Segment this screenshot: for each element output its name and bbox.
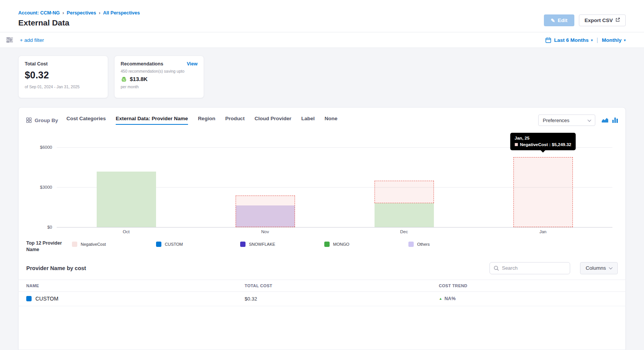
summary-row: Total Cost $0.32 of Sep 01, 2024 - Jan 3… [18, 56, 626, 98]
group-by-icon [26, 118, 32, 123]
legend-swatch-others [408, 242, 414, 247]
bar-negativecost-jan[interactable] [513, 157, 573, 227]
recommendations-label: Recommendations [121, 61, 163, 67]
column-header-name[interactable]: NAME [19, 283, 237, 288]
chart-y-axis: $6000$3000$0 [19, 147, 57, 227]
chart-column-oct [57, 147, 196, 227]
search-icon [494, 266, 499, 271]
legend-swatch-negativecost [72, 242, 77, 247]
legend-label: SNOWFLAKE [249, 242, 275, 247]
recommendations-line1: 450 recommendation(s) saving upto [121, 69, 198, 73]
group-by-tab-none[interactable]: None [325, 116, 338, 125]
main-content: Total Cost $0.32 of Sep 01, 2024 - Jan 3… [0, 48, 644, 350]
money-icon [121, 76, 127, 82]
legend-item-others[interactable]: Others [408, 242, 493, 247]
breadcrumb-item-all-perspectives[interactable]: All Perspectives [103, 10, 140, 16]
gridline [57, 227, 612, 228]
header-left: Account: CCM-NG›Perspectives›All Perspec… [18, 10, 140, 27]
preferences-dropdown[interactable]: Preferences [538, 115, 595, 126]
date-range-selector[interactable]: Last 6 Months ▾ [554, 37, 593, 43]
group-by-row: Group By Cost CategoriesExternal Data: P… [19, 115, 625, 126]
cell-cost-trend: ▲NA% [431, 296, 625, 301]
chart-legend: NegativeCostCUSTOMSNOWFLAKEMONGOOthers [69, 242, 618, 247]
filter-bar: + add filter Last 6 Months ▾ | Monthly ▾ [0, 32, 644, 48]
filter-settings-icon[interactable] [6, 37, 13, 43]
tooltip-title: Jan, 25 [515, 136, 571, 140]
tooltip-value: NegativeCost : $5,249.32 [520, 142, 571, 147]
view-recommendations-link[interactable]: View [187, 61, 198, 67]
legend-swatch-mongo [324, 242, 330, 247]
x-axis-label-dec: Dec [335, 229, 473, 234]
legend-item-snowflake[interactable]: SNOWFLAKE [240, 242, 324, 247]
pencil-icon: ✎ [551, 18, 555, 24]
legend-item-mongo[interactable]: MONGO [324, 242, 408, 247]
y-axis-tick: $3000 [40, 185, 52, 189]
total-cost-value: $0.32 [25, 70, 102, 81]
search-input[interactable] [502, 265, 566, 271]
y-axis-tick: $0 [47, 225, 52, 229]
edit-button[interactable]: ✎ Edit [544, 14, 574, 26]
row-color-swatch [26, 296, 32, 301]
bar-negativecost-nov[interactable] [236, 196, 295, 227]
date-range-value: Last 6 Months [554, 37, 589, 43]
table-row-custom[interactable]: CUSTOM$0.32▲NA% [19, 292, 625, 306]
table-header-row: NAMETOTAL COSTCOST TREND [19, 280, 625, 292]
header-actions: ✎ Edit Export CSV [544, 14, 626, 26]
legend-item-custom[interactable]: CUSTOM [156, 242, 240, 247]
tooltip-arrow [541, 150, 545, 153]
legend-label: CUSTOM [165, 242, 183, 247]
group-by-label: Group By [35, 118, 58, 123]
bar-mongo-oct[interactable] [97, 172, 156, 227]
total-cost-period: of Sep 01, 2024 - Jan 31, 2025 [25, 84, 102, 89]
total-cost-card: Total Cost $0.32 of Sep 01, 2024 - Jan 3… [18, 56, 108, 98]
group-by-tab-product[interactable]: Product [225, 116, 245, 125]
area-chart-icon[interactable] [601, 118, 609, 123]
row-name: CUSTOM [35, 296, 58, 302]
export-csv-button[interactable]: Export CSV [579, 14, 626, 26]
total-cost-label: Total Cost [25, 61, 102, 67]
bar-mongo-dec[interactable] [375, 203, 434, 227]
y-axis-tick: $6000 [40, 145, 52, 150]
granularity-selector[interactable]: Monthly ▾ [602, 37, 626, 43]
row-trend-value: NA% [445, 296, 456, 301]
group-by-tab-label[interactable]: Label [301, 116, 314, 125]
legend-swatch-snowflake [240, 242, 245, 247]
chart-legend-row: Top 12 Provider Name NegativeCostCUSTOMS… [19, 236, 625, 253]
column-header-total-cost[interactable]: TOTAL COST [237, 283, 431, 288]
preferences-label: Preferences [543, 118, 569, 123]
chart-controls: Preferences [538, 115, 618, 126]
x-axis-label-oct: Oct [57, 229, 196, 234]
group-by-tab-cost-categories[interactable]: Cost Categories [67, 116, 106, 125]
export-csv-label: Export CSV [585, 18, 613, 23]
add-filter-button[interactable]: + add filter [20, 37, 44, 43]
group-by-tab-external-data-provider-name[interactable]: External Data: Provider Name [116, 116, 188, 125]
chart-column-jan [473, 147, 612, 227]
table-actions: Columns [489, 262, 618, 274]
breadcrumb-item-account-ccm-ng[interactable]: Account: CCM-NG [18, 10, 60, 16]
group-by-tab-cloud-provider[interactable]: Cloud Provider [255, 116, 292, 125]
edit-button-label: Edit [558, 18, 567, 23]
page-header: Account: CCM-NG›Perspectives›All Perspec… [0, 0, 644, 32]
recommendations-card: Recommendations View 450 recommendation(… [114, 56, 204, 98]
bar-negativecost-dec[interactable] [375, 181, 434, 204]
table-title: Provider Name by cost [26, 265, 86, 271]
group-by-tabs: Cost CategoriesExternal Data: Provider N… [67, 116, 338, 125]
column-header-cost-trend[interactable]: COST TREND [431, 283, 625, 288]
external-link-icon [615, 18, 620, 23]
legend-label: Others [417, 242, 430, 247]
breadcrumb-item-perspectives[interactable]: Perspectives [67, 10, 96, 16]
columns-button[interactable]: Columns [580, 262, 618, 274]
bar-chart-icon[interactable] [612, 118, 618, 123]
chevron-down-icon: ▾ [624, 38, 626, 42]
chart-column-dec [335, 147, 473, 227]
group-by-tab-region[interactable]: Region [198, 116, 215, 125]
cell-total-cost: $0.32 [237, 296, 431, 302]
group-by-label-wrap: Group By [26, 118, 58, 123]
cell-name: CUSTOM [19, 296, 237, 302]
table-body: CUSTOM$0.32▲NA% [19, 292, 625, 306]
trend-up-icon: ▲ [439, 297, 442, 301]
chart-x-axis: OctNovDecJan [57, 229, 612, 234]
legend-item-negativecost[interactable]: NegativeCost [72, 242, 156, 247]
page-title: External Data [18, 18, 140, 27]
chevron-down-icon [588, 118, 591, 122]
